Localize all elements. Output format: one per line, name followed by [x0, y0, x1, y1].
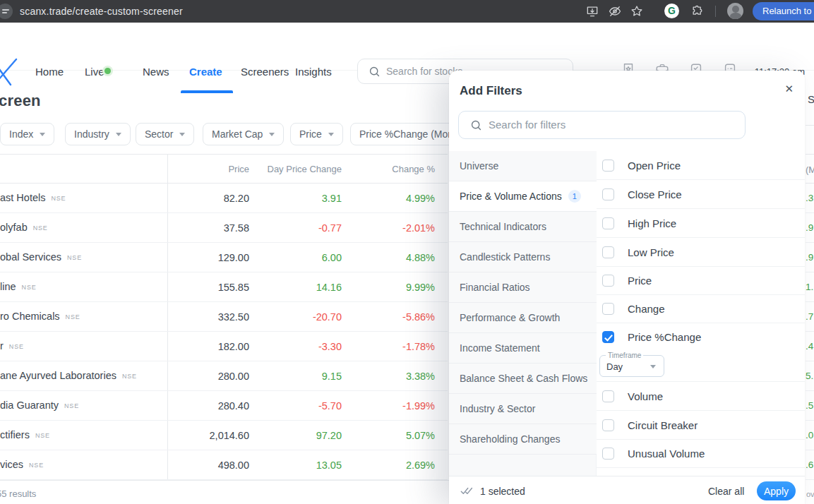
cell-price: 332.50	[164, 311, 249, 323]
chevron-down-icon	[40, 133, 45, 136]
exchange-tag: NSE	[64, 402, 79, 409]
timeframe-select[interactable]: Timeframe Day	[599, 355, 664, 377]
filter-option-label: Low Price	[628, 246, 674, 258]
bookmark-star-icon[interactable]	[630, 4, 644, 18]
table-row[interactable]: ane Ayurved LaboratoriesNSE 280.00 9.15 …	[0, 361, 448, 391]
checkbox[interactable]	[602, 246, 614, 258]
filter-option-row[interactable]: Volume	[597, 382, 805, 411]
profile-avatar[interactable]	[727, 3, 743, 19]
table-row[interactable]: ro ChemicalsNSE 332.50 -20.70 -5.86%	[0, 302, 448, 332]
checkbox[interactable]	[602, 188, 614, 200]
nav-home[interactable]: Home	[35, 66, 64, 78]
filter-chip-industry[interactable]: Industry	[65, 123, 131, 145]
cell-day-change: -3.30	[257, 341, 342, 352]
browser-chrome: scanx.trade/create-custom-screener G Rel…	[0, 0, 814, 23]
cell-change-pct: 4.99%	[350, 193, 435, 204]
column-header-day-price-change[interactable]: Day Price Change	[257, 164, 342, 174]
table-row[interactable]: lineNSE 155.85 14.16 9.99%	[0, 272, 448, 302]
cell-day-change: 13.05	[257, 460, 342, 471]
add-filters-modal: Add Filters ✕ Universe Price & Volume Ac…	[449, 71, 805, 504]
filter-chip-price[interactable]: Price	[290, 123, 343, 145]
exchange-tag: NSE	[9, 343, 24, 350]
column-header-change-pct[interactable]: Change %	[364, 164, 435, 174]
filter-option-row[interactable]: Low Price	[597, 238, 805, 267]
edge-button-fragment: S	[808, 93, 814, 105]
install-app-icon[interactable]	[585, 4, 599, 18]
cell-price: 2,014.60	[164, 430, 249, 441]
nav-create[interactable]: Create	[189, 66, 222, 78]
edge-value-fragment: .0	[806, 421, 814, 450]
address-bar[interactable]: scanx.trade/create-custom-screener	[20, 6, 183, 17]
cell-price: 37.58	[164, 222, 249, 234]
filter-category-item[interactable]: Candlestick Patterns	[449, 242, 597, 272]
close-icon[interactable]: ✕	[784, 83, 794, 95]
filter-chip-index[interactable]: Index	[0, 123, 54, 145]
filter-option-label: Open Price	[628, 160, 681, 172]
apply-button[interactable]: Apply	[757, 481, 796, 500]
grammarly-icon[interactable]: G	[664, 4, 679, 18]
filter-category-item[interactable]: Price & Volume Actions 1	[449, 181, 597, 212]
edge-column-header-fragment: (M	[806, 154, 814, 184]
table-row[interactable]: dia GuarantyNSE 280.40 -5.70 -1.99%	[0, 391, 448, 421]
filter-category-item[interactable]: Financial Ratios	[449, 272, 597, 303]
edge-value-fragment: .5	[806, 391, 814, 421]
nav-live[interactable]: Live	[85, 66, 104, 78]
filter-search-input[interactable]	[489, 112, 736, 138]
filter-category-item[interactable]: Industry & Sector	[449, 394, 597, 424]
checkbox[interactable]	[602, 275, 614, 287]
active-tab-underline	[181, 90, 233, 93]
table-row[interactable]: ctifiersNSE 2,014.60 97.20 5.07%	[0, 421, 448, 450]
checkbox[interactable]	[602, 303, 614, 315]
eye-off-icon[interactable]	[608, 4, 622, 18]
checkbox[interactable]	[602, 419, 614, 431]
clear-all-button[interactable]: Clear all	[708, 486, 744, 497]
filter-category-item[interactable]: Shareholding Changes	[449, 424, 597, 455]
filter-option-row[interactable]: Price	[597, 266, 805, 295]
cell-change-pct: 5.07%	[350, 430, 435, 441]
table-row[interactable]: olyfabNSE 37.58 -0.77 -2.01%	[0, 213, 448, 243]
filter-category-item[interactable]: Technical Indicators	[449, 212, 597, 242]
stock-name: obal ServicesNSE	[0, 251, 82, 263]
cell-price: 280.00	[164, 371, 249, 382]
nav-news[interactable]: News	[143, 66, 169, 78]
page-title-fragment: creen	[0, 92, 41, 110]
filter-chip-sector[interactable]: Sector	[136, 123, 194, 145]
nav-insights[interactable]: Insights	[295, 66, 332, 78]
exchange-tag: NSE	[67, 254, 82, 261]
filter-category-item[interactable]: Universe	[449, 151, 597, 181]
column-header-price[interactable]: Price	[179, 164, 249, 174]
cell-price: 155.85	[164, 282, 249, 293]
checkbox[interactable]	[602, 331, 614, 343]
relaunch-button[interactable]: Relaunch to	[753, 2, 814, 20]
checkbox[interactable]	[602, 448, 614, 460]
edge-border-fragment	[806, 125, 814, 126]
filter-option-row[interactable]: Unusual Volume	[597, 439, 805, 468]
filter-option-row[interactable]: High Price	[597, 209, 805, 238]
nav-screeners[interactable]: Screeners	[241, 66, 289, 78]
filter-option-row[interactable]: Circuit Breaker	[597, 411, 805, 440]
filter-category-item[interactable]: Income Statement	[449, 333, 597, 364]
scanx-logo[interactable]	[0, 56, 18, 88]
filter-option-row[interactable]: Close Price	[597, 180, 805, 209]
table-row[interactable]: vicesNSE 498.00 13.05 2.69%	[0, 450, 448, 480]
checkbox[interactable]	[602, 217, 614, 229]
edge-value-fragment: .9	[806, 213, 814, 243]
filter-option-row[interactable]: Price %Change Timeframe Day	[597, 323, 805, 382]
modal-title: Add Filters	[460, 84, 522, 98]
site-info-icon[interactable]	[0, 4, 13, 19]
filter-search-box	[458, 111, 746, 139]
table-row[interactable]: obal ServicesNSE 129.00 6.00 4.88%	[0, 243, 448, 272]
filter-category-item[interactable]: Performance & Growth	[449, 303, 597, 333]
chevron-down-icon	[269, 133, 275, 136]
checkbox[interactable]	[602, 160, 614, 172]
table-row[interactable]: ast HotelsNSE 82.20 3.91 4.99%	[0, 184, 448, 213]
table-row[interactable]: rNSE 182.00 -3.30 -1.78%	[0, 332, 448, 361]
exchange-tag: NSE	[35, 432, 50, 439]
filter-category-item[interactable]: Balance Sheet & Cash Flows	[449, 364, 597, 394]
filter-option-row[interactable]: Change	[597, 294, 805, 323]
filter-option-row[interactable]: Open Price	[597, 151, 805, 180]
filter-chip-marketcap[interactable]: Market Cap	[203, 123, 284, 145]
extensions-icon[interactable]	[690, 4, 705, 18]
edge-value-fragment: 5.1	[806, 361, 814, 391]
checkbox[interactable]	[602, 390, 614, 402]
